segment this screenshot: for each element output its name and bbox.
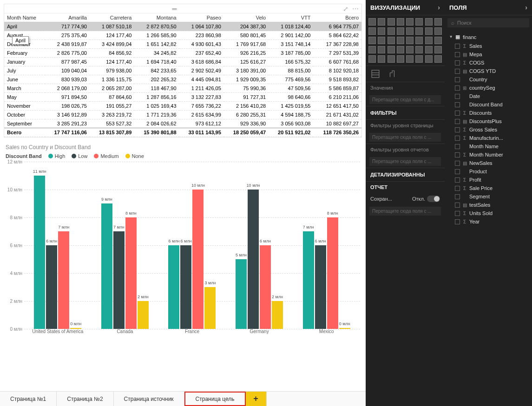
field-checkbox[interactable] xyxy=(455,52,460,57)
add-page-button[interactable]: + xyxy=(246,392,267,406)
table-row[interactable]: January877 987,45124 177,401 694 718,403… xyxy=(4,58,361,66)
focus-mode-icon[interactable]: ⤢ xyxy=(343,5,348,13)
field-item[interactable]: Discount Band xyxy=(445,100,532,109)
viz-type-icon[interactable] xyxy=(406,18,414,26)
table-row[interactable]: February2 826 775,0084 856,9234 245,8223… xyxy=(4,49,361,58)
matrix-visual[interactable]: ═ ⤢ ⋯ Month NameAmarillaCarreteraMontana… xyxy=(4,4,362,138)
legend-item[interactable]: None xyxy=(125,153,144,159)
format-mode-icon[interactable] xyxy=(388,70,396,78)
field-checkbox[interactable] xyxy=(455,211,460,216)
field-item[interactable]: ΣProfit xyxy=(445,176,532,184)
column-header[interactable]: Montana xyxy=(134,13,179,22)
viz-type-icon[interactable] xyxy=(425,27,433,35)
viz-type-icon[interactable] xyxy=(406,55,414,63)
viz-type-icon[interactable] xyxy=(406,46,414,53)
viz-type-icon[interactable] xyxy=(397,55,404,63)
viz-type-icon[interactable] xyxy=(368,18,376,26)
field-item[interactable]: ▤DiscountsPlus xyxy=(445,117,532,125)
field-item[interactable]: ΣUnits Sold xyxy=(445,209,532,217)
field-item[interactable]: Segment xyxy=(445,192,532,201)
page-tab[interactable]: Страница цель xyxy=(184,392,246,406)
bar[interactable]: 6 млн xyxy=(180,245,191,329)
field-item[interactable]: ▤NewSales xyxy=(445,159,532,167)
viz-type-icon[interactable] xyxy=(425,55,433,63)
bar[interactable]: 8 млн xyxy=(125,217,137,329)
field-checkbox[interactable] xyxy=(455,144,460,149)
viz-type-icon[interactable] xyxy=(397,27,404,35)
keep-filters-toggle[interactable] xyxy=(427,196,440,202)
viz-type-icon[interactable] xyxy=(415,37,423,44)
table-row[interactable]: March2 068 179,002 065 287,00118 467,901… xyxy=(4,84,361,93)
report-filters-dropzone[interactable]: Перетащите сюда поля с ... xyxy=(369,157,441,166)
viz-type-icon[interactable] xyxy=(425,46,433,53)
column-header[interactable]: Carretera xyxy=(90,13,134,22)
viz-type-icon[interactable] xyxy=(378,27,385,35)
field-item[interactable]: Month Name xyxy=(445,142,532,151)
field-checkbox[interactable] xyxy=(455,111,460,116)
viz-type-icon[interactable] xyxy=(388,27,395,35)
table-row[interactable]: December2 438 919,873 424 899,041 651 14… xyxy=(4,40,361,49)
viz-type-icon[interactable] xyxy=(415,27,423,35)
field-item[interactable]: Date xyxy=(445,92,532,100)
bar[interactable]: 6 млн xyxy=(315,245,326,329)
column-header[interactable]: Всего xyxy=(313,13,361,22)
field-item[interactable]: ▤COGS YTD xyxy=(445,67,532,75)
field-checkbox[interactable] xyxy=(455,69,460,74)
bar[interactable]: 2 млн xyxy=(272,301,283,329)
page-tab[interactable]: Страница №1 xyxy=(0,392,57,406)
table-row[interactable]: November198 026,75191 055,271 025 169,43… xyxy=(4,102,361,111)
field-item[interactable]: ▤Мера xyxy=(445,50,532,59)
field-checkbox[interactable] xyxy=(455,94,460,99)
field-checkbox[interactable] xyxy=(455,169,460,174)
table-row[interactable]: August275 375,40124 177,401 266 585,9022… xyxy=(4,31,361,40)
viz-type-icon[interactable] xyxy=(415,18,423,26)
viz-type-icon[interactable] xyxy=(397,46,404,53)
field-item[interactable]: Product xyxy=(445,167,532,176)
table-row[interactable]: October3 146 912,893 263 219,721 771 219… xyxy=(4,111,361,119)
field-item[interactable]: ΣDiscounts xyxy=(445,109,532,117)
viz-type-icon[interactable] xyxy=(388,18,395,26)
column-header[interactable]: Amarilla xyxy=(45,13,90,22)
field-checkbox[interactable] xyxy=(455,186,460,191)
field-item[interactable]: ⊞countrySeg xyxy=(445,84,532,92)
bar[interactable]: 7 млн xyxy=(58,231,69,329)
values-dropzone[interactable]: Перетащите сюда поля с д... xyxy=(369,95,441,104)
field-checkbox[interactable] xyxy=(455,219,460,224)
page-tab[interactable]: Страница №2 xyxy=(57,392,113,406)
table-row[interactable]: September3 285 291,23553 527,322 084 026… xyxy=(4,119,361,128)
table-node[interactable]: ▸▦financ xyxy=(445,32,532,42)
table-row[interactable]: May971 894,5087 864,601 287 856,163 132 … xyxy=(4,93,361,102)
viz-type-icon[interactable] xyxy=(368,46,376,53)
bar[interactable]: 8 млн xyxy=(327,217,338,329)
field-checkbox[interactable] xyxy=(455,44,460,49)
drillthrough-dropzone[interactable]: Перетащите сюда поля с ... xyxy=(369,207,441,216)
clustered-bar-chart[interactable]: Sales по Country и Discount Band Discoun… xyxy=(4,142,362,356)
viz-type-icon[interactable] xyxy=(406,37,414,44)
bar[interactable]: 11 млн xyxy=(34,176,45,329)
field-checkbox[interactable] xyxy=(455,152,460,157)
viz-type-icon[interactable] xyxy=(434,27,442,35)
field-checkbox[interactable] xyxy=(455,60,460,65)
viz-type-icon[interactable] xyxy=(388,55,395,63)
table-row[interactable]: April717 774,901 087 510,182 872 870,501… xyxy=(4,22,361,31)
field-checkbox[interactable] xyxy=(455,161,460,166)
bar[interactable]: 6 млн xyxy=(168,245,179,329)
legend-item[interactable]: High xyxy=(48,153,66,159)
bar[interactable]: 7 млн xyxy=(303,231,314,329)
bar[interactable]: 9 млн xyxy=(101,203,112,329)
collapse-fields-icon[interactable]: › xyxy=(525,4,527,11)
bar[interactable]: 7 млн xyxy=(113,231,125,329)
viz-type-icon[interactable] xyxy=(378,46,385,53)
legend-item[interactable]: Low xyxy=(72,153,87,159)
bar[interactable]: 5 млн xyxy=(236,259,247,329)
table-row[interactable]: June830 939,031 336 115,75202 265,324 44… xyxy=(4,75,361,84)
column-header[interactable]: Month Name xyxy=(4,13,45,22)
field-checkbox[interactable] xyxy=(455,102,460,107)
legend-item[interactable]: Medium xyxy=(94,153,118,159)
field-item[interactable]: ΣCOGS xyxy=(445,59,532,67)
field-item[interactable]: ΣYear xyxy=(445,217,532,226)
field-checkbox[interactable] xyxy=(455,203,460,208)
bar[interactable]: 3 млн xyxy=(204,287,216,329)
field-checkbox[interactable] xyxy=(455,194,460,199)
field-item[interactable]: ▤testSales xyxy=(445,201,532,209)
